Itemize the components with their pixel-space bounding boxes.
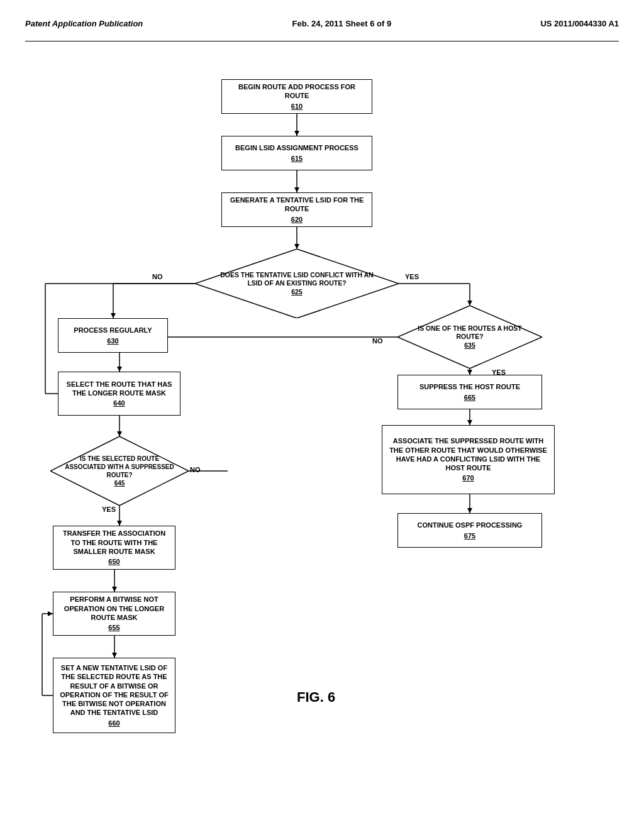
box-655-ref: 655 — [108, 623, 119, 632]
svg-marker-1 — [294, 131, 299, 136]
box-615-ref: 615 — [291, 154, 303, 163]
box-675-ref: 675 — [464, 531, 475, 540]
diamond-645-label: IS THE SELECTED ROUTE ASSOCIATED WITH A … — [64, 455, 175, 479]
box-610-label: BEGIN ROUTE ADD PROCESS FOR ROUTE — [227, 82, 367, 101]
svg-marker-20 — [467, 420, 472, 425]
svg-marker-27 — [112, 587, 117, 592]
label-yes-645: YES — [102, 506, 116, 513]
diamond-635-label: IS ONE OF THE ROUTES A HOST ROUTE? — [413, 324, 526, 341]
box-665: SUPPRESS THE HOST ROUTE 665 — [397, 375, 542, 409]
diamond-635-ref: 635 — [464, 341, 475, 350]
box-615-label: BEGIN LSID ASSIGNMENT PROCESS — [235, 143, 358, 152]
box-670: ASSOCIATE THE SUPPRESSED ROUTE WITH THE … — [382, 425, 555, 494]
diamond-645-ref: 645 — [114, 479, 125, 487]
svg-marker-36 — [48, 611, 53, 616]
header-right: US 2011/0044330 A1 — [540, 19, 619, 28]
page-header: Patent Application Publication Feb. 24, … — [25, 13, 619, 42]
box-650-ref: 650 — [108, 557, 119, 566]
box-665-ref: 665 — [464, 393, 475, 402]
box-640-ref: 640 — [113, 399, 125, 407]
box-630-label: PROCESS REGULARLY — [74, 326, 152, 335]
box-630-ref: 630 — [107, 336, 118, 345]
box-660: SET A NEW TENTATIVE LSID OF THE SELECTED… — [53, 658, 175, 733]
svg-marker-22 — [117, 521, 122, 526]
box-610-ref: 610 — [291, 102, 303, 111]
box-675-label: CONTINUE OSPF PROCESSING — [418, 521, 523, 529]
label-no-645: NO — [190, 466, 201, 473]
svg-marker-5 — [294, 244, 299, 249]
box-670-label: ASSOCIATE THE SUPPRESSED ROUTE WITH THE … — [387, 436, 549, 472]
diamond-625-ref: 625 — [291, 288, 303, 297]
box-620: GENERATE A TENTATIVE LSID FOR THE ROUTE … — [221, 192, 372, 227]
svg-marker-3 — [294, 187, 299, 192]
diamond-625: DOES THE TENTATIVE LSID CONFLICT WITH AN… — [195, 249, 399, 318]
header-left: Patent Application Publication — [25, 19, 143, 28]
box-650: TRANSFER THE ASSOCIATION TO THE ROUTE WI… — [53, 526, 175, 570]
diamond-625-label: DOES THE TENTATIVE LSID CONFLICT WITH AN… — [214, 271, 380, 288]
svg-marker-25 — [467, 508, 472, 513]
svg-marker-29 — [112, 653, 117, 658]
box-610: BEGIN ROUTE ADD PROCESS FOR ROUTE 610 — [221, 79, 372, 114]
box-655-label: PERFORM A BITWISE NOT OPERATION ON THE L… — [58, 595, 170, 622]
box-675: CONTINUE OSPF PROCESSING 675 — [397, 513, 542, 548]
fig-label: FIG. 6 — [297, 689, 335, 706]
label-yes-625: YES — [405, 273, 419, 280]
svg-marker-16 — [467, 370, 472, 375]
label-no-635: NO — [372, 337, 383, 345]
box-655: PERFORM A BITWISE NOT OPERATION ON THE L… — [53, 592, 175, 636]
box-665-label: SUPPRESS THE HOST ROUTE — [419, 382, 520, 391]
diagram-container: BEGIN ROUTE ADD PROCESS FOR ROUTE 610 BE… — [39, 60, 605, 802]
box-670-ref: 670 — [462, 473, 474, 482]
box-650-label: TRANSFER THE ASSOCIATION TO THE ROUTE WI… — [58, 529, 170, 556]
box-630: PROCESS REGULARLY 630 — [58, 318, 168, 353]
diamond-645: IS THE SELECTED ROUTE ASSOCIATED WITH A … — [50, 436, 189, 506]
diamond-635: IS ONE OF THE ROUTES A HOST ROUTE? 635 — [397, 306, 542, 368]
header-center: Feb. 24, 2011 Sheet 6 of 9 — [292, 19, 392, 28]
label-no-625: NO — [152, 273, 163, 280]
box-620-label: GENERATE A TENTATIVE LSID FOR THE ROUTE — [227, 196, 367, 214]
svg-marker-11 — [467, 301, 472, 306]
svg-marker-18 — [117, 431, 122, 436]
box-660-label: SET A NEW TENTATIVE LSID OF THE SELECTED… — [58, 663, 170, 717]
box-615: BEGIN LSID ASSIGNMENT PROCESS 615 — [221, 136, 372, 170]
box-620-ref: 620 — [291, 215, 303, 224]
page: Patent Application Publication Feb. 24, … — [0, 0, 644, 830]
svg-marker-14 — [117, 367, 122, 372]
svg-marker-8 — [111, 313, 116, 318]
box-660-ref: 660 — [108, 719, 119, 728]
box-640-label: SELECT THE ROUTE THAT HAS THE LONGER ROU… — [64, 380, 175, 398]
box-640: SELECT THE ROUTE THAT HAS THE LONGER ROU… — [58, 372, 180, 416]
